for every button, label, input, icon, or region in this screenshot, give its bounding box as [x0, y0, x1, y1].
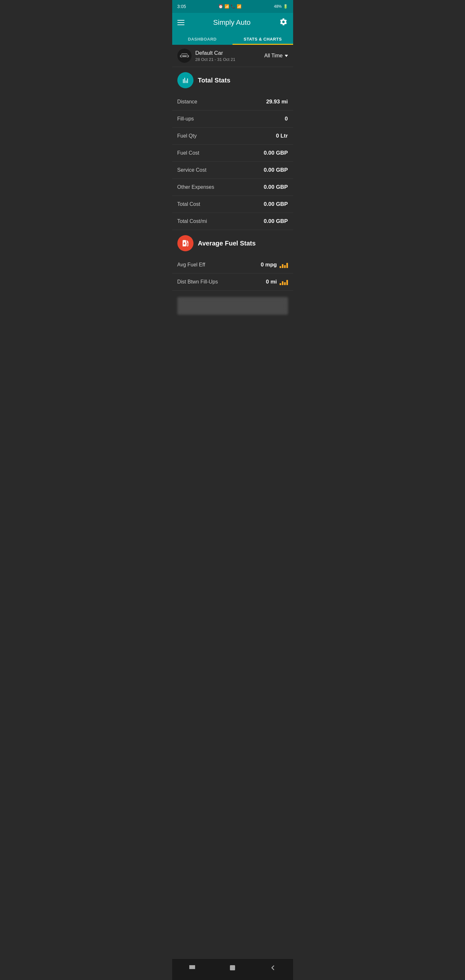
status-right-icons: 48% 🔋: [274, 4, 288, 9]
stat-label-fuel-cost: Fuel Cost: [177, 150, 199, 156]
svg-rect-5: [193, 967, 195, 969]
stat-row-other-expenses: Other Expenses 0.00 GBP: [172, 179, 293, 196]
status-time: 3:05: [177, 4, 186, 9]
svg-rect-3: [189, 967, 191, 969]
settings-button[interactable]: [279, 18, 288, 27]
total-stats-title: Total Stats: [198, 77, 230, 84]
stat-value-service-cost: 0.00 GBP: [264, 167, 288, 173]
stat-row-fuel-cost: Fuel Cost 0.00 GBP: [172, 145, 293, 162]
stat-value-fillups: 0: [285, 116, 288, 122]
svg-rect-4: [191, 967, 193, 969]
stat-value-fuel-cost: 0.00 GBP: [264, 150, 288, 156]
scroll-content: Default Car 28 Oct 21 - 31 Oct 21 All Ti…: [172, 45, 293, 347]
stat-value-fuel-qty: 0 Ltr: [276, 133, 288, 139]
stat-row-distance: Distance 29.93 mi: [172, 94, 293, 110]
stat-row-avg-fuel-eff: Avg Fuel Eff 0 mpg: [172, 256, 293, 274]
total-stats-header: Total Stats: [172, 67, 293, 94]
battery-percent: 48%: [274, 4, 281, 9]
avg-fuel-stats-title: Average Fuel Stats: [198, 240, 256, 247]
car-info: Default Car 28 Oct 21 - 31 Oct 21: [195, 50, 260, 62]
tab-bar: DASHBOARD STATS & CHARTS: [172, 32, 293, 45]
time-filter-label: All Time: [264, 53, 283, 59]
stat-value-dist-btwn-fillups: 0 mi: [266, 278, 288, 285]
stat-label-total-cost-mi: Total Cost/mi: [177, 218, 207, 224]
svg-rect-1: [191, 965, 193, 967]
chevron-down-icon: [285, 55, 288, 57]
stat-value-other-expenses: 0.00 GBP: [264, 184, 288, 190]
signal-icon: 📶: [237, 4, 241, 9]
stat-row-fillups: Fill-ups 0: [172, 110, 293, 127]
app-title: Simply Auto: [213, 18, 251, 27]
status-bar: 3:05 ⏰ 📶 📞 📶 48% 🔋: [172, 0, 293, 13]
stat-value-total-cost: 0.00 GBP: [264, 201, 288, 207]
stat-row-total-cost-mi: Total Cost/mi 0.00 GBP: [172, 213, 293, 230]
battery-icon: 🔋: [283, 4, 288, 9]
total-stats-icon: [177, 72, 193, 88]
avg-fuel-stats-icon: [177, 235, 193, 251]
stat-row-fuel-qty: Fuel Qty 0 Ltr: [172, 127, 293, 145]
avg-fuel-stats-header: Average Fuel Stats: [172, 230, 293, 256]
avg-fuel-eff-chart-icon[interactable]: [280, 262, 288, 268]
stat-label-service-cost: Service Cost: [177, 167, 207, 173]
stat-row-service-cost: Service Cost 0.00 GBP: [172, 162, 293, 179]
stat-label-dist-btwn-fillups: Dist Btwn Fill-Ups: [177, 279, 218, 285]
stat-value-distance: 29.93 mi: [266, 99, 288, 105]
nav-menu-button[interactable]: [181, 963, 204, 975]
tab-dashboard[interactable]: DASHBOARD: [172, 32, 233, 45]
stat-label-fuel-qty: Fuel Qty: [177, 133, 197, 139]
svg-rect-2: [193, 965, 195, 967]
svg-rect-6: [230, 965, 235, 970]
avg-fuel-stats-list: Avg Fuel Eff 0 mpg Dist Btwn Fill-Ups 0 …: [172, 256, 293, 291]
stat-row-dist-btwn-fillups: Dist Btwn Fill-Ups 0 mi: [172, 274, 293, 291]
tab-stats-charts[interactable]: STATS & CHARTS: [232, 32, 293, 45]
menu-button[interactable]: [177, 20, 184, 25]
stat-label-total-cost: Total Cost: [177, 201, 200, 207]
dist-btwn-fillups-chart-icon[interactable]: [280, 278, 288, 285]
nav-back-button[interactable]: [261, 963, 284, 975]
app-bar: Simply Auto: [172, 13, 293, 32]
stat-label-fillups: Fill-ups: [177, 116, 194, 122]
status-center-icons: ⏰ 📶 📞 📶: [218, 4, 241, 9]
car-header: Default Car 28 Oct 21 - 31 Oct 21 All Ti…: [172, 45, 293, 67]
stat-value-avg-fuel-eff: 0 mpg: [260, 262, 288, 268]
bottom-navigation: [172, 958, 293, 980]
alarm-icon: ⏰: [218, 4, 223, 9]
call-icon: 📞: [230, 4, 235, 9]
stat-label-distance: Distance: [177, 99, 197, 105]
stat-row-total-cost: Total Cost 0.00 GBP: [172, 196, 293, 213]
nav-home-button[interactable]: [221, 963, 244, 975]
wifi-icon: 📶: [224, 4, 229, 9]
stat-value-total-cost-mi: 0.00 GBP: [264, 218, 288, 224]
car-avatar: [177, 49, 192, 63]
total-stats-list: Distance 29.93 mi Fill-ups 0 Fuel Qty 0 …: [172, 94, 293, 230]
stat-label-avg-fuel-eff: Avg Fuel Eff: [177, 262, 205, 268]
time-filter-dropdown[interactable]: All Time: [264, 53, 288, 59]
svg-rect-0: [189, 965, 191, 967]
ad-banner: [177, 297, 288, 315]
car-name: Default Car: [195, 50, 260, 56]
car-date-range: 28 Oct 21 - 31 Oct 21: [195, 57, 260, 62]
stat-label-other-expenses: Other Expenses: [177, 184, 214, 190]
